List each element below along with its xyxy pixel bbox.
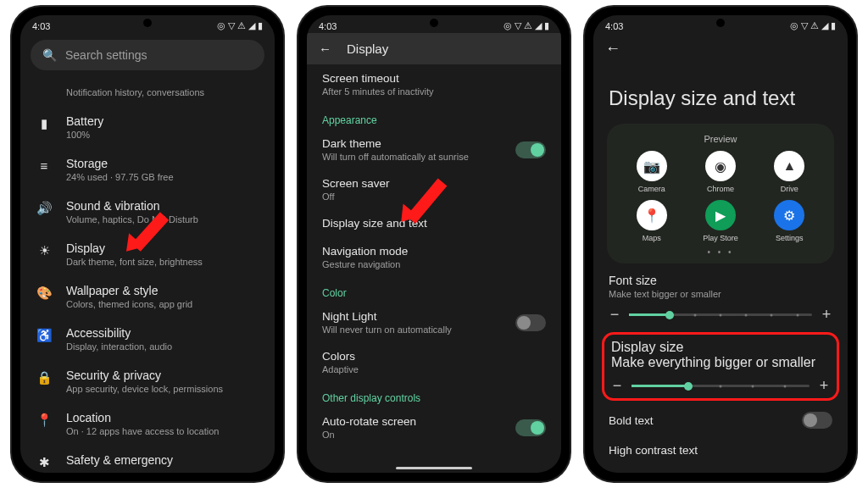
row-subtitle: Display, interaction, audio bbox=[66, 341, 172, 352]
row-subtitle: Adaptive bbox=[322, 364, 359, 374]
high-contrast-row[interactable]: High contrast text bbox=[593, 436, 848, 464]
highlight-annotation: Display size Make everything bigger or s… bbox=[602, 332, 839, 401]
display-row[interactable]: Display size and text bbox=[307, 209, 561, 237]
settings-row[interactable]: 🔒Security & privacyApp security, device … bbox=[20, 360, 275, 402]
row-title: Navigation mode bbox=[322, 245, 408, 258]
row-title: Dark theme bbox=[322, 137, 469, 150]
high-contrast-label: High contrast text bbox=[609, 444, 698, 457]
section-appearance: Appearance bbox=[307, 104, 561, 130]
settings-main-screen: 4:03 ◎ ▽ ⚠ ◢ ▮ 🔍 Search settings Notific… bbox=[20, 15, 275, 473]
row-title: Security & privacy bbox=[66, 369, 223, 382]
app-icon-chrome[interactable]: ◉Chrome bbox=[687, 151, 753, 193]
bold-text-row[interactable]: Bold text bbox=[593, 404, 848, 436]
settings-row[interactable]: ♿AccessibilityDisplay, interaction, audi… bbox=[20, 318, 275, 360]
plus-icon[interactable]: + bbox=[821, 306, 832, 324]
row-title: Night Light bbox=[322, 310, 452, 323]
row-icon: 🔊 bbox=[36, 201, 53, 216]
row-icon: 📍 bbox=[36, 413, 53, 428]
app-icon-play-store[interactable]: ▶Play Store bbox=[687, 200, 753, 242]
phone-1: 4:03 ◎ ▽ ⚠ ◢ ▮ 🔍 Search settings Notific… bbox=[12, 7, 283, 481]
row-subtitle: On bbox=[322, 430, 416, 440]
settings-row[interactable]: ≡Storage24% used · 97.75 GB free bbox=[20, 148, 275, 191]
display-row[interactable]: Auto-rotate screenOn bbox=[307, 408, 561, 447]
app-icon-settings[interactable]: ⚙Settings bbox=[757, 200, 822, 242]
header-bar: ← Display bbox=[307, 33, 561, 64]
row-icon: ☀ bbox=[36, 243, 53, 258]
row-title: Wallpaper & style bbox=[66, 284, 192, 297]
settings-row[interactable]: Notification history, conversations bbox=[20, 77, 275, 106]
row-title: Storage bbox=[66, 157, 174, 170]
search-settings[interactable]: 🔍 Search settings bbox=[31, 40, 264, 70]
app-icon: ⚙ bbox=[774, 200, 804, 230]
status-time: 4:03 bbox=[32, 21, 50, 31]
row-title: Sound & vibration bbox=[66, 199, 198, 213]
camera-notch bbox=[143, 19, 152, 27]
font-size-subtitle: Make text bigger or smaller bbox=[609, 289, 832, 299]
display-row[interactable]: Screen timeoutAfter 5 minutes of inactiv… bbox=[307, 64, 561, 104]
app-icon-maps[interactable]: 📍Maps bbox=[619, 200, 684, 242]
phone-3: 4:03 ◎ ▽ ⚠ ◢ ▮ ← Display size and text P… bbox=[585, 7, 856, 481]
page-title: Display size and text bbox=[593, 64, 848, 124]
row-subtitle: Will never turn on automatically bbox=[322, 324, 452, 335]
row-icon: 🔒 bbox=[36, 370, 53, 385]
row-icon: ≡ bbox=[36, 158, 53, 173]
app-name: Camera bbox=[638, 185, 665, 193]
search-icon: 🔍 bbox=[42, 48, 57, 62]
status-icons: ◎ ▽ ⚠ ◢ ▮ bbox=[217, 20, 263, 31]
camera-notch bbox=[430, 19, 438, 27]
bold-text-label: Bold text bbox=[609, 414, 654, 427]
row-subtitle: Volume, haptics, Do Not Disturb bbox=[66, 214, 198, 225]
camera-notch bbox=[716, 19, 725, 27]
row-subtitle: On · 12 apps have access to location bbox=[66, 426, 219, 436]
app-icon-drive[interactable]: ▲Drive bbox=[757, 151, 822, 193]
toggle[interactable] bbox=[515, 141, 546, 158]
toggle[interactable] bbox=[515, 419, 546, 436]
app-icon: 📍 bbox=[637, 200, 667, 230]
display-size-slider[interactable] bbox=[632, 385, 810, 387]
home-indicator[interactable] bbox=[396, 467, 472, 469]
row-subtitle: Notification history, conversations bbox=[66, 87, 204, 97]
app-name: Drive bbox=[781, 185, 798, 193]
app-name: Maps bbox=[643, 234, 661, 242]
row-icon: ▮ bbox=[36, 116, 53, 131]
settings-row[interactable]: ✱Safety & emergency bbox=[20, 445, 275, 473]
row-icon: ♿ bbox=[36, 328, 53, 343]
display-size-title: Display size bbox=[611, 340, 830, 355]
display-row[interactable]: Navigation modeGesture navigation bbox=[307, 237, 561, 277]
row-title: Accessibility bbox=[66, 326, 172, 340]
section-other: Other display controls bbox=[307, 382, 561, 408]
row-title: Screen saver bbox=[322, 177, 390, 190]
settings-row[interactable]: ▮Battery100% bbox=[20, 106, 275, 148]
display-settings-screen: 4:03 ◎ ▽ ⚠ ◢ ▮ ← Display Screen timeoutA… bbox=[307, 15, 561, 473]
settings-row[interactable]: 📍LocationOn · 12 apps have access to loc… bbox=[20, 402, 275, 445]
plus-icon[interactable]: + bbox=[818, 377, 830, 395]
display-row[interactable]: Dark themeWill turn off automatically at… bbox=[307, 130, 561, 169]
app-name: Play Store bbox=[703, 234, 738, 242]
display-row[interactable]: Night LightWill never turn on automatica… bbox=[307, 302, 561, 342]
row-subtitle: Colors, themed icons, app grid bbox=[66, 299, 192, 309]
minus-icon[interactable]: − bbox=[611, 377, 623, 395]
search-placeholder: Search settings bbox=[65, 48, 147, 62]
status-time: 4:03 bbox=[605, 21, 623, 31]
row-title: Safety & emergency bbox=[66, 453, 173, 467]
app-icon-camera[interactable]: 📷Camera bbox=[619, 151, 684, 193]
font-size-block: Font size Make text bigger or smaller − … bbox=[593, 263, 848, 329]
app-icon: ▶ bbox=[705, 200, 736, 230]
row-subtitle: After 5 minutes of inactivity bbox=[322, 86, 433, 97]
minus-icon[interactable]: − bbox=[609, 306, 620, 324]
font-size-slider[interactable] bbox=[629, 313, 812, 316]
toggle[interactable] bbox=[515, 314, 546, 331]
display-row[interactable]: ColorsAdaptive bbox=[307, 342, 561, 382]
back-icon[interactable]: ← bbox=[319, 42, 331, 56]
back-icon[interactable]: ← bbox=[605, 40, 620, 57]
preview-card: Preview 📷Camera◉Chrome▲Drive📍Maps▶Play S… bbox=[607, 124, 834, 263]
status-icons: ◎ ▽ ⚠ ◢ ▮ bbox=[790, 20, 836, 31]
app-icon: ◉ bbox=[705, 151, 736, 181]
row-subtitle: Gesture navigation bbox=[322, 259, 408, 269]
bold-text-toggle[interactable] bbox=[802, 412, 832, 429]
settings-row[interactable]: 🎨Wallpaper & styleColors, themed icons, … bbox=[20, 275, 275, 318]
app-icon: 📷 bbox=[637, 151, 667, 181]
status-time: 4:03 bbox=[319, 21, 337, 31]
app-name: Chrome bbox=[707, 185, 734, 193]
row-subtitle: App security, device lock, permissions bbox=[66, 384, 223, 394]
